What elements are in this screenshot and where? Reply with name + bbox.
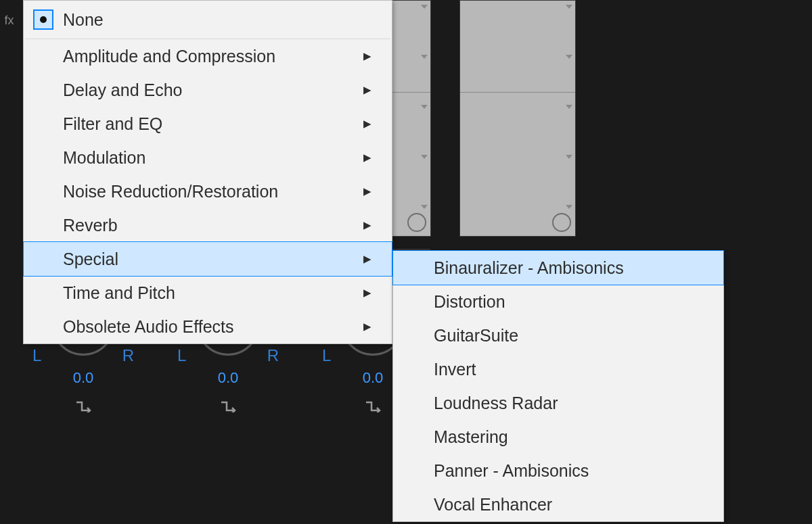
submenu-item-label: Distortion [434, 292, 708, 312]
menu-item[interactable]: Time and Pitch▶ [24, 276, 392, 310]
meter-fader-knob[interactable] [407, 213, 426, 232]
pan-value: 0.0 [363, 369, 384, 387]
submenu-arrow-icon: ▶ [358, 320, 377, 333]
menu-item[interactable]: Filter and EQ▶ [24, 107, 392, 141]
level-meter[interactable] [459, 0, 576, 237]
submenu-arrow-icon: ▶ [358, 50, 377, 62]
submenu-item-label: Vocal Enhancer [434, 495, 708, 515]
menu-item-label: None [63, 10, 358, 30]
menu-item-none[interactable]: None [24, 1, 392, 39]
menu-item-label: Time and Pitch [63, 283, 358, 303]
route-glyph-icon [364, 399, 382, 416]
submenu-arrow-icon: ▶ [358, 118, 377, 130]
pan-left-label: L [32, 346, 41, 365]
effects-submenu-special[interactable]: Binauralizer - AmbisonicsDistortionGuita… [392, 250, 724, 522]
submenu-arrow-icon: ▶ [358, 151, 377, 164]
pan-value: 0.0 [73, 369, 94, 387]
submenu-arrow-icon: ▶ [358, 185, 377, 197]
route-glyph-icon [219, 399, 237, 416]
radio-selected-icon [33, 9, 53, 30]
submenu-item[interactable]: Vocal Enhancer [393, 487, 723, 521]
menu-item-label: Modulation [63, 148, 358, 168]
menu-item[interactable]: Amplitude and Compression▶ [24, 39, 392, 73]
submenu-item-label: Panner - Ambisonics [434, 461, 708, 481]
menu-item[interactable]: Special▶ [24, 242, 392, 276]
menu-item-label: Reverb [63, 216, 358, 235]
submenu-item-label: Mastering [434, 427, 708, 447]
submenu-item-label: GuitarSuite [434, 326, 708, 346]
menu-item[interactable]: Reverb▶ [24, 208, 392, 242]
menu-item-label: Special [63, 249, 358, 269]
pan-right-label: R [267, 346, 279, 365]
submenu-item[interactable]: Panner - Ambisonics [393, 454, 723, 487]
submenu-arrow-icon: ▶ [358, 84, 377, 96]
pan-left-label: L [177, 346, 186, 365]
menu-item[interactable]: Delay and Echo▶ [24, 73, 392, 107]
submenu-item[interactable]: Loudness Radar [393, 386, 723, 420]
submenu-item[interactable]: Mastering [393, 420, 723, 454]
submenu-item[interactable]: Binauralizer - Ambisonics [393, 251, 723, 285]
submenu-item-label: Invert [434, 360, 708, 379]
pan-right-label: R [122, 346, 134, 365]
submenu-arrow-icon: ▶ [358, 219, 377, 231]
submenu-item[interactable]: GuitarSuite [393, 318, 723, 352]
menu-item-label: Noise Reduction/Restoration [63, 182, 358, 201]
menu-item-label: Obsolete Audio Effects [63, 317, 358, 337]
menu-item[interactable]: Modulation▶ [24, 141, 392, 174]
meter-fader-knob[interactable] [552, 213, 571, 232]
submenu-arrow-icon: ▶ [358, 253, 377, 265]
submenu-item-label: Binauralizer - Ambisonics [434, 258, 708, 278]
submenu-item[interactable]: Invert [393, 352, 723, 386]
pan-value: 0.0 [218, 369, 239, 387]
menu-item-label: Filter and EQ [63, 114, 358, 134]
submenu-arrow-icon: ▶ [358, 287, 377, 299]
menu-item-label: Delay and Echo [63, 80, 358, 100]
menu-item[interactable]: Obsolete Audio Effects▶ [24, 310, 392, 343]
menu-item-label: Amplitude and Compression [63, 47, 358, 66]
submenu-item-label: Loudness Radar [434, 394, 708, 413]
submenu-item[interactable]: Distortion [393, 285, 723, 318]
route-glyph-icon [74, 399, 92, 416]
menu-item[interactable]: Noise Reduction/Restoration▶ [24, 174, 392, 208]
effects-context-menu[interactable]: None Amplitude and Compression▶Delay and… [23, 0, 392, 344]
pan-left-label: L [322, 346, 331, 365]
